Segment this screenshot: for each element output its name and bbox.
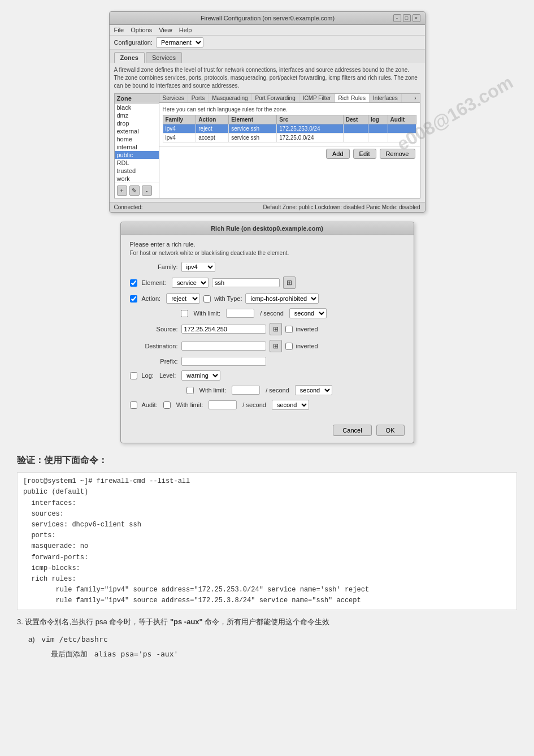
status-left: Connected: bbox=[114, 204, 143, 210]
cell-element: service ssh bbox=[229, 133, 277, 142]
audit-limit-input[interactable] bbox=[209, 400, 237, 409]
zone-external[interactable]: external bbox=[115, 127, 159, 135]
configuration-select[interactable]: Permanent bbox=[156, 37, 203, 47]
action-checkbox[interactable] bbox=[130, 295, 137, 303]
inner-tab-ports[interactable]: Ports bbox=[188, 94, 209, 102]
source-browse-button[interactable]: ⊞ bbox=[270, 323, 282, 335]
zone-dmz[interactable]: dmz bbox=[115, 111, 159, 119]
menu-view[interactable]: View bbox=[159, 27, 172, 33]
fw-win-controls[interactable]: - □ × bbox=[393, 14, 420, 22]
inner-tab-portfwd[interactable]: Port Forwarding bbox=[252, 94, 299, 102]
log-level-label: Level: bbox=[159, 372, 176, 379]
source-inverted-checkbox[interactable] bbox=[285, 326, 293, 333]
destination-browse-button[interactable]: ⊞ bbox=[270, 340, 282, 352]
inner-tab-interfaces[interactable]: Interfaces bbox=[370, 94, 402, 102]
element-browse-button[interactable]: ⊞ bbox=[283, 277, 296, 289]
step3: 3. 设置命令别名,当执行 psa 命令时，等于执行 "ps -aux" 命令，… bbox=[17, 616, 517, 628]
audit-per-select[interactable]: second bbox=[272, 400, 309, 410]
step3-number: 3. bbox=[17, 617, 23, 626]
prefix-input[interactable] bbox=[181, 357, 266, 366]
dest-inverted-checkbox[interactable] bbox=[285, 343, 293, 350]
inner-tab-icmp[interactable]: ICMP Filter bbox=[299, 94, 335, 102]
audit-label: Audit: bbox=[142, 401, 158, 408]
menu-help[interactable]: Help bbox=[179, 27, 192, 33]
col-element: Element bbox=[229, 115, 277, 124]
ok-button[interactable]: OK bbox=[376, 425, 405, 436]
menu-options[interactable]: Options bbox=[131, 27, 152, 33]
element-row: Element: service ⊞ bbox=[130, 277, 405, 289]
zone-black[interactable]: black bbox=[115, 103, 159, 111]
element-controls: service ⊞ bbox=[172, 277, 296, 289]
minimize-button[interactable]: - bbox=[393, 14, 401, 22]
rules-table: Family Action Element Src Dest log Audit bbox=[163, 115, 416, 142]
destination-input[interactable] bbox=[181, 342, 266, 351]
inner-tab-richrules[interactable]: Rich Rules bbox=[335, 94, 370, 102]
log-label: Log: bbox=[142, 372, 154, 379]
close-button[interactable]: × bbox=[413, 14, 420, 22]
zone-trusted[interactable]: trusted bbox=[115, 167, 159, 175]
add-rule-button[interactable]: Add bbox=[326, 149, 350, 159]
action-limit-checkbox[interactable] bbox=[181, 310, 188, 317]
inner-tabs: Services Ports Masquerading Port Forward… bbox=[159, 94, 420, 103]
text-section: 验证：使用下面命令： [root@system1 ~]# firewall-cm… bbox=[11, 452, 523, 660]
family-select[interactable]: ipv4 bbox=[181, 262, 215, 272]
action-select[interactable]: reject bbox=[166, 293, 200, 304]
cell-dest bbox=[343, 133, 368, 142]
rich-rule-dialog: Rich Rule (on desktop0.example.com) Plea… bbox=[120, 222, 414, 443]
zone-drop[interactable]: drop bbox=[115, 119, 159, 127]
col-family: Family bbox=[163, 115, 196, 124]
rrd-intro: Please enter a rich rule. bbox=[130, 241, 405, 248]
zone-public[interactable]: public bbox=[115, 151, 159, 159]
zone-rdl[interactable]: RDL bbox=[115, 159, 159, 167]
cell-src: 172.25.253.0/24 bbox=[277, 124, 343, 133]
source-input[interactable] bbox=[181, 325, 266, 334]
step3-bold: "ps -aux" bbox=[170, 617, 203, 626]
add-zone-button[interactable]: + bbox=[117, 185, 127, 196]
cell-log bbox=[368, 133, 388, 142]
tab-zones[interactable]: Zones bbox=[114, 52, 145, 63]
table-row[interactable]: ipv4 reject service ssh 172.25.253.0/24 bbox=[163, 124, 416, 133]
log-per-select[interactable]: second bbox=[295, 385, 332, 395]
source-row: Source: ⊞ inverted bbox=[130, 323, 405, 335]
audit-with-limit-label: With limit: bbox=[176, 401, 203, 408]
inner-tab-services[interactable]: Services bbox=[159, 94, 188, 102]
maximize-button[interactable]: □ bbox=[403, 14, 411, 22]
tab-services[interactable]: Services bbox=[146, 52, 182, 63]
action-limit-input[interactable] bbox=[226, 309, 254, 318]
element-type-select[interactable]: service bbox=[172, 278, 209, 288]
zone-home[interactable]: home bbox=[115, 135, 159, 143]
zone-internal[interactable]: internal bbox=[115, 143, 159, 151]
with-type-checkbox[interactable] bbox=[203, 295, 211, 303]
step3-text: 设置命令别名,当执行 psa 命令时，等于执行 bbox=[25, 617, 168, 626]
element-value-input[interactable] bbox=[212, 278, 280, 287]
menu-file[interactable]: File bbox=[114, 27, 124, 33]
audit-checkbox[interactable] bbox=[130, 401, 137, 409]
zone-work[interactable]: work bbox=[115, 175, 159, 183]
command-block: [root@system1 ~]# firewall-cmd --list-al… bbox=[17, 472, 517, 610]
log-level-select[interactable]: warning bbox=[181, 370, 220, 381]
element-checkbox[interactable] bbox=[130, 279, 137, 287]
remove-zone-button[interactable]: - bbox=[142, 185, 152, 196]
cell-family: ipv4 bbox=[163, 133, 196, 142]
source-label: Source: bbox=[130, 326, 178, 332]
table-row[interactable]: ipv4 accept service ssh 172.25.0.0/24 bbox=[163, 133, 416, 142]
inner-tabs-arrow[interactable]: › bbox=[411, 94, 419, 102]
configuration-row: Configuration: Permanent bbox=[110, 36, 425, 50]
action-row: Action: reject with Type: icmp-host-proh… bbox=[130, 293, 405, 304]
edit-zone-button[interactable]: ✎ bbox=[129, 185, 140, 196]
action-per-select[interactable]: second bbox=[289, 308, 327, 318]
inner-tab-masq[interactable]: Masquerading bbox=[209, 94, 251, 102]
cancel-button[interactable]: Cancel bbox=[333, 425, 371, 436]
with-type-select[interactable]: icmp-host-prohibited bbox=[245, 293, 319, 304]
remove-rule-button[interactable]: Remove bbox=[380, 149, 415, 159]
zone-list: Zone black dmz drop external home intern… bbox=[114, 93, 159, 198]
log-limit-checkbox[interactable] bbox=[186, 387, 194, 394]
edit-rule-button[interactable]: Edit bbox=[353, 149, 376, 159]
cell-src: 172.25.0.0/24 bbox=[277, 133, 343, 142]
rich-rules-panel: Here you can set rich language rules for… bbox=[159, 103, 420, 146]
audit-with-limit-checkbox[interactable] bbox=[163, 401, 171, 409]
log-checkbox[interactable] bbox=[130, 372, 137, 379]
fw-menubar: File Options View Help bbox=[110, 25, 425, 36]
sub-a-label: a) bbox=[28, 635, 35, 643]
log-limit-input[interactable] bbox=[232, 386, 260, 395]
